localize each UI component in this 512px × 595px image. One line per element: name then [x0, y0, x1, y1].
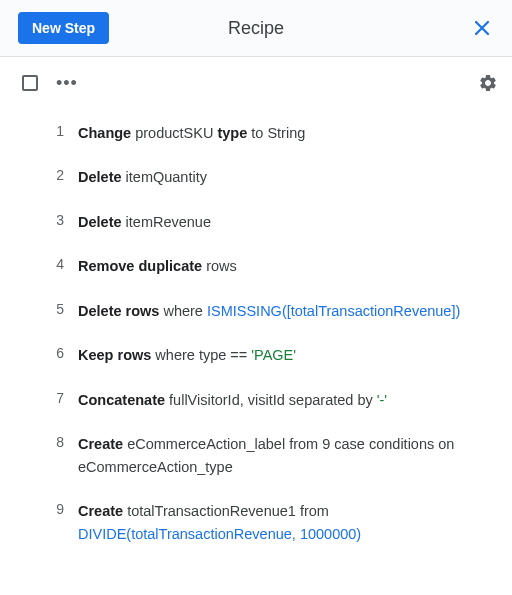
step-number: 7	[0, 389, 78, 406]
step-text-part: Delete rows	[78, 303, 163, 319]
gear-icon	[478, 73, 498, 93]
recipe-step[interactable]: 7Concatenate fullVisitorId, visitId sepa…	[0, 378, 496, 422]
step-text-part: productSKU	[135, 125, 217, 141]
step-text-part: '-'	[377, 392, 387, 408]
step-text-part: totalTransactionRevenue1 from	[127, 503, 329, 519]
step-text-part: Change	[78, 125, 135, 141]
step-text-part: Keep rows	[78, 347, 155, 363]
step-number: 1	[0, 122, 78, 139]
step-number: 8	[0, 433, 78, 450]
step-text-part: itemQuantity	[126, 169, 207, 185]
step-text-part: eCommerceAction_label from 9 case condit…	[78, 436, 454, 474]
new-step-button[interactable]: New Step	[18, 12, 109, 44]
toolbar: •••	[0, 57, 512, 105]
step-text-part: Concatenate	[78, 392, 169, 408]
step-number: 3	[0, 211, 78, 228]
step-description: Concatenate fullVisitorId, visitId separ…	[78, 389, 496, 411]
step-number: 9	[0, 500, 78, 517]
recipe-step[interactable]: 5Delete rows where ISMISSING([totalTrans…	[0, 289, 496, 333]
step-text-part: Delete	[78, 214, 126, 230]
step-text-part: fullVisitorId, visitId separated by	[169, 392, 377, 408]
recipe-step[interactable]: 6Keep rows where type == 'PAGE'	[0, 333, 496, 377]
step-text-part: type	[217, 125, 251, 141]
more-menu-button[interactable]: •••	[56, 74, 78, 92]
step-text-part: where type ==	[155, 347, 251, 363]
step-text-part: Delete	[78, 169, 126, 185]
step-text-part: Remove duplicate	[78, 258, 206, 274]
step-number: 4	[0, 255, 78, 272]
select-all-checkbox[interactable]	[22, 75, 38, 91]
step-number: 5	[0, 300, 78, 317]
step-description: Create eCommerceAction_label from 9 case…	[78, 433, 496, 478]
step-text-part: (totalTransactionRevenue, 1000000)	[126, 526, 361, 542]
recipe-steps-list: 1Change productSKU type to String2Delete…	[0, 105, 512, 556]
step-text-part: rows	[206, 258, 237, 274]
step-description: Delete rows where ISMISSING([totalTransa…	[78, 300, 496, 322]
recipe-step[interactable]: 9Create totalTransactionRevenue1 from DI…	[0, 489, 496, 556]
step-text-part: itemRevenue	[126, 214, 211, 230]
header: New Step Recipe	[0, 0, 512, 57]
step-text-part: ISMISSING	[207, 303, 282, 319]
recipe-step[interactable]: 2Delete itemQuantity	[0, 155, 496, 199]
close-icon	[473, 19, 491, 37]
step-description: Delete itemQuantity	[78, 166, 496, 188]
step-text-part: Create	[78, 436, 127, 452]
recipe-step[interactable]: 1Change productSKU type to String	[0, 111, 496, 155]
step-text-part: 'PAGE'	[251, 347, 296, 363]
recipe-step[interactable]: 8Create eCommerceAction_label from 9 cas…	[0, 422, 496, 489]
step-description: Create totalTransactionRevenue1 from DIV…	[78, 500, 496, 545]
step-description: Remove duplicate rows	[78, 255, 496, 277]
step-text-part: ([totalTransactionRevenue])	[282, 303, 460, 319]
step-description: Change productSKU type to String	[78, 122, 496, 144]
close-button[interactable]	[468, 14, 496, 42]
step-number: 2	[0, 166, 78, 183]
step-text-part: DIVIDE	[78, 526, 126, 542]
recipe-step[interactable]: 4Remove duplicate rows	[0, 244, 496, 288]
more-horizontal-icon: •••	[56, 73, 78, 93]
recipe-step[interactable]: 3Delete itemRevenue	[0, 200, 496, 244]
step-description: Delete itemRevenue	[78, 211, 496, 233]
step-text-part: to String	[251, 125, 305, 141]
step-text-part: Create	[78, 503, 127, 519]
step-text-part: where	[163, 303, 207, 319]
step-description: Keep rows where type == 'PAGE'	[78, 344, 496, 366]
step-number: 6	[0, 344, 78, 361]
settings-button[interactable]	[478, 73, 498, 93]
